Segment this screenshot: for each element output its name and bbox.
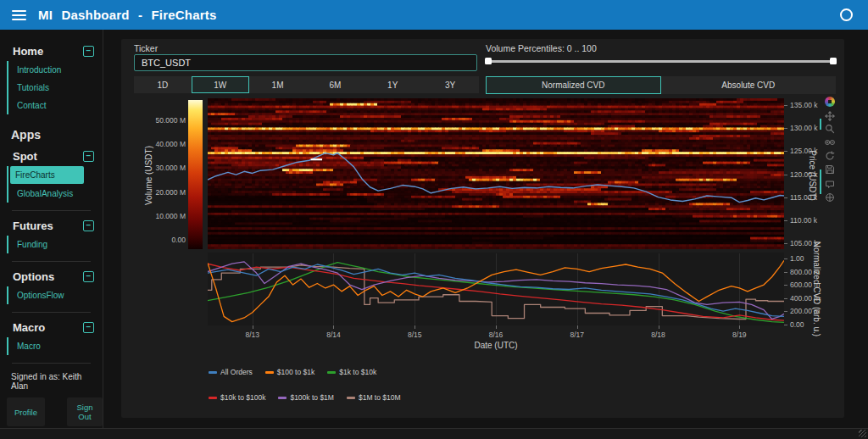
legend-swatch: [278, 397, 287, 399]
range-button-1y[interactable]: 1Y: [364, 76, 421, 93]
ticker-input[interactable]: [134, 54, 477, 71]
range-button-1m[interactable]: 1M: [249, 76, 307, 93]
range-button-group: 1D1W1M6M1Y3Y: [134, 76, 479, 93]
range-button-1w[interactable]: 1W: [192, 76, 249, 93]
sidebar-item-firecharts[interactable]: FireCharts: [10, 166, 84, 184]
date-tick-mark: [577, 325, 578, 329]
colorbar-tick-label: 50.000 M: [147, 116, 186, 125]
status-circle-icon[interactable]: [840, 8, 853, 21]
legend-item--1m-to-10m[interactable]: $1M to $10M: [347, 393, 401, 402]
divider: [12, 210, 91, 211]
cvd-tick-mark: [784, 272, 787, 273]
date-tick-mark: [739, 325, 740, 329]
plotly-logo-icon[interactable]: [825, 97, 835, 107]
cvd-tick-label: 0.00: [790, 320, 804, 329]
sidebar-item-contact[interactable]: Contact: [8, 97, 103, 114]
sidebar-item-macro[interactable]: Macro: [8, 337, 103, 355]
divider: [12, 261, 91, 262]
main-card: Ticker 1D1W1M6M1Y3Y Volume Percentiles: …: [121, 39, 844, 418]
sidebar-section-options: Options−: [13, 270, 94, 283]
price-tick-label: 130.00 k: [790, 124, 818, 132]
date-tick-mark: [333, 325, 334, 329]
cvd-button-normalized-cvd[interactable]: Normalized CVD: [486, 76, 661, 94]
reset-axes-icon[interactable]: [825, 151, 835, 161]
cvd-tick-label: 200.00 m: [790, 307, 820, 315]
legend-item--1k-to-10k[interactable]: $1k to $10k: [327, 368, 376, 376]
price-tick-label: 125.00 k: [790, 147, 818, 155]
sidebar-section-items: Macro: [7, 337, 103, 355]
collapse-icon[interactable]: −: [83, 151, 94, 162]
date-tick-mark: [659, 325, 659, 329]
zoom-in-out-icon[interactable]: [825, 137, 835, 147]
app-root: MI Dashboard - FireCharts Home−Introduct…: [0, 0, 868, 439]
date-axis-title: Date (UTC): [474, 341, 517, 350]
colorbar-tick-label: 40.000 M: [147, 140, 186, 148]
legend-swatch: [327, 371, 336, 374]
volume-heatmap-plot[interactable]: [208, 98, 784, 249]
resize-handle-icon[interactable]: [859, 430, 866, 437]
sidebar-section-label: Futures: [13, 220, 53, 232]
hover-tooltip-icon[interactable]: [825, 180, 835, 190]
cvd-tick-mark: [784, 285, 787, 286]
sidebar-item-globalanalysis[interactable]: GlobalAnalysis: [8, 185, 103, 203]
slider-track[interactable]: [486, 60, 836, 63]
price-tick-mark: [784, 243, 787, 244]
range-button-3y[interactable]: 3Y: [421, 76, 479, 93]
legend-item--100k-to-1m[interactable]: $100k to $1M: [278, 393, 334, 402]
box-zoom-icon[interactable]: [825, 124, 835, 134]
legend-swatch: [347, 397, 355, 399]
collapse-icon[interactable]: −: [83, 271, 94, 282]
price-tick-mark: [784, 175, 787, 175]
cvd-line-plot[interactable]: [208, 253, 784, 325]
legend-label: $10k to $100k: [220, 393, 265, 402]
legend-row: All Orders$100 to $1k$1k to $10k: [209, 368, 376, 376]
volume-percentiles-slider[interactable]: [486, 57, 836, 65]
sidebar-section-label: Options: [13, 270, 54, 283]
slider-handle-max[interactable]: [830, 58, 837, 64]
sidebar-item-funding[interactable]: Funding: [8, 236, 103, 253]
chart-figure: Volume (USDT) Price (USDT) Normalized CV…: [121, 95, 844, 418]
cvd-button-group: Normalized CVDAbsolute CVD: [486, 76, 836, 94]
signout-button[interactable]: Sign Out: [67, 397, 103, 426]
legend-item-all-orders[interactable]: All Orders: [209, 368, 253, 376]
date-tick-label: 8/15: [408, 331, 422, 339]
pan-icon[interactable]: [825, 111, 835, 121]
date-tick-mark: [496, 325, 497, 329]
save-icon[interactable]: [825, 164, 835, 175]
price-tick-mark: [784, 197, 787, 198]
cvd-tick-label: 600.00 m: [790, 281, 820, 289]
cvd-tick-mark: [784, 311, 787, 312]
sidebar-item-introduction[interactable]: Introduction: [8, 61, 103, 79]
cvd-button-absolute-cvd[interactable]: Absolute CVD: [661, 76, 837, 94]
cvd-tick-mark: [784, 325, 787, 325]
sidebar-section-home: Home−: [13, 45, 94, 58]
legend-item--10k-to-100k[interactable]: $10k to $100k: [209, 393, 265, 402]
collapse-icon[interactable]: −: [83, 46, 94, 57]
cvd-tick-mark: [784, 258, 787, 259]
slider-handle-min[interactable]: [485, 58, 492, 64]
sidebar-section-items: Funding: [7, 236, 103, 253]
range-button-1d[interactable]: 1D: [134, 76, 192, 93]
date-tick-label: 8/18: [651, 331, 665, 339]
date-tick-label: 8/17: [570, 331, 584, 339]
sidebar-item-tutorials[interactable]: Tutorials: [8, 79, 103, 97]
ticker-label: Ticker: [134, 43, 158, 53]
menu-icon[interactable]: [12, 10, 26, 20]
price-tick-label: 105.00 k: [790, 239, 818, 247]
profile-button[interactable]: Profile: [7, 397, 45, 426]
colorbar-tick-label: 0.00: [147, 236, 186, 244]
autoscale-icon[interactable]: [825, 192, 835, 203]
price-tick-label: 120.00 k: [790, 170, 818, 179]
range-button-6m[interactable]: 6M: [306, 76, 364, 93]
collapse-icon[interactable]: −: [83, 322, 94, 333]
sidebar-item-optionsflow[interactable]: OptionsFlow: [8, 286, 103, 304]
collapse-icon[interactable]: −: [83, 220, 94, 231]
legend-item--100-to-1k[interactable]: $100 to $1k: [265, 368, 314, 376]
cvd-tick-label: 800.00 m: [790, 268, 820, 276]
sidebar-section-items: OptionsFlow: [7, 286, 103, 304]
colorbar-tick-label: 10.000 M: [147, 212, 186, 220]
volume-percentiles-label: Volume Percentiles: 0 .. 100: [486, 43, 597, 53]
cvd-tick-label: 400.00 m: [790, 294, 820, 303]
sidebar-section-items: IntroductionTutorialsContact: [7, 61, 103, 114]
bottom-strip: [0, 428, 868, 439]
